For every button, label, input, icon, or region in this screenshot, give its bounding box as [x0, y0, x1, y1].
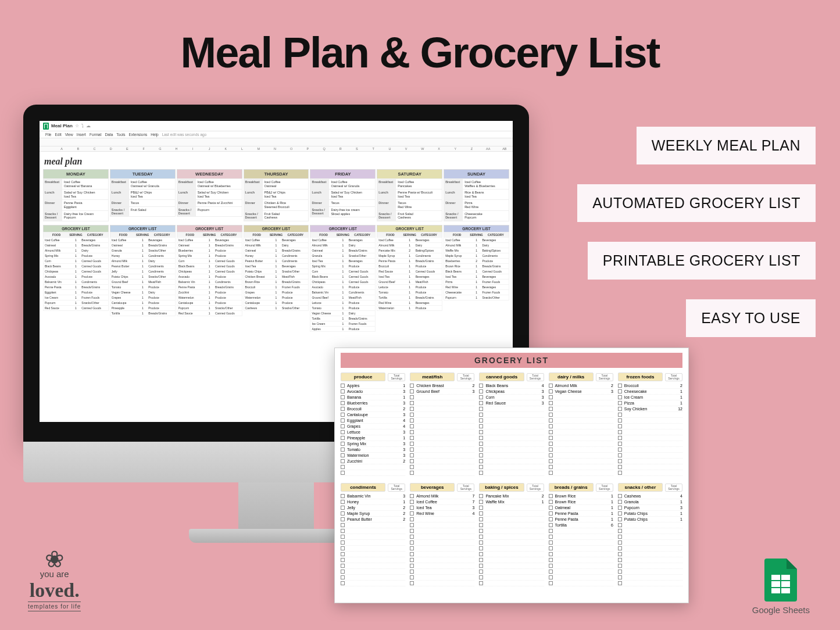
- checkbox[interactable]: [341, 575, 345, 579]
- grocery-row[interactable]: Peanut Butter1Condiments: [244, 258, 309, 264]
- grocery-row[interactable]: Iced Tea1Beverages: [377, 274, 442, 280]
- checkbox[interactable]: [410, 529, 414, 533]
- print-row[interactable]: [410, 395, 474, 400]
- print-row[interactable]: [549, 424, 613, 429]
- meal-value[interactable]: Iced CoffeeOatmeal w/ Banana: [62, 179, 108, 189]
- column-letter[interactable]: D: [103, 146, 119, 151]
- meal-value[interactable]: Iced CoffeeOatmeal: [263, 179, 309, 189]
- grocery-row[interactable]: Penne Pasta1Breads/Grains: [177, 284, 242, 290]
- print-row[interactable]: [549, 412, 613, 418]
- print-row[interactable]: Penne Pasta1: [549, 511, 613, 517]
- checkbox[interactable]: [549, 448, 553, 452]
- column-letter[interactable]: P: [299, 146, 316, 151]
- checkbox[interactable]: [479, 453, 483, 457]
- grocery-row[interactable]: Almond Milk1Dairy: [310, 242, 376, 248]
- grocery-row[interactable]: Red Wine1Beverages: [377, 300, 442, 306]
- checkbox[interactable]: [410, 564, 414, 568]
- meal-row[interactable]: DinnerPenne Pasta w/ Zucchini: [177, 199, 242, 207]
- grocery-row[interactable]: Grapes1Produce: [244, 289, 309, 295]
- grocery-row[interactable]: Penne Pasta1Breads/Grains: [377, 258, 442, 264]
- checkbox[interactable]: [618, 471, 622, 475]
- checkbox[interactable]: [549, 517, 553, 521]
- checkbox[interactable]: [341, 436, 345, 440]
- checkbox[interactable]: [341, 500, 345, 504]
- grocery-row[interactable]: Balsamic Vin1Condiments: [310, 289, 376, 295]
- print-row[interactable]: [549, 453, 613, 459]
- print-row[interactable]: [410, 453, 474, 459]
- meal-value[interactable]: PizzaRed Wine: [463, 200, 509, 210]
- grocery-row[interactable]: Iced Tea1Beverages: [310, 258, 376, 264]
- print-row[interactable]: [410, 435, 474, 441]
- checkbox[interactable]: [479, 413, 483, 417]
- meal-value[interactable]: TacosRed Wine: [396, 200, 442, 210]
- checkbox[interactable]: [479, 448, 483, 452]
- checkbox[interactable]: [479, 401, 483, 405]
- print-row[interactable]: [618, 540, 682, 546]
- print-row[interactable]: [341, 569, 405, 575]
- grocery-row[interactable]: Red Sauce1Canned Goods: [43, 305, 109, 311]
- grocery-row[interactable]: Potato Chips1Snacks/Other: [110, 274, 176, 280]
- checkbox[interactable]: [341, 418, 345, 423]
- print-row[interactable]: [549, 534, 613, 540]
- grocery-row[interactable]: Broccoli1Frozen Foods: [244, 284, 309, 290]
- checkbox[interactable]: [618, 442, 622, 446]
- column-letter[interactable]: M: [251, 146, 267, 151]
- checkbox[interactable]: [410, 384, 414, 388]
- print-row[interactable]: Broccoli2: [341, 406, 405, 412]
- print-row[interactable]: [549, 575, 613, 581]
- print-row[interactable]: Honey1: [341, 499, 405, 505]
- print-row[interactable]: Cantaloupe3: [341, 412, 405, 418]
- grocery-row[interactable]: Iced Coffee1Beverages: [310, 237, 376, 243]
- checkbox[interactable]: [410, 552, 414, 556]
- meal-row[interactable]: DinnerTacos: [110, 199, 176, 207]
- meal-value[interactable]: Salad w/ Soy ChickenIced Tea: [196, 189, 242, 199]
- print-row[interactable]: Grapes4: [341, 424, 405, 429]
- checkbox[interactable]: [618, 546, 622, 550]
- meal-value[interactable]: Iced CoffeeOatmeal w/ Granola: [129, 179, 175, 189]
- checkbox[interactable]: [479, 575, 483, 579]
- checkbox[interactable]: [479, 581, 483, 585]
- checkbox[interactable]: [341, 448, 345, 452]
- checkbox[interactable]: [479, 465, 483, 469]
- meal-row[interactable]: LunchPB&J w/ ChipsIced Tea: [110, 189, 176, 200]
- grocery-row[interactable]: Ground Beef1Meat/Fish: [110, 279, 176, 285]
- grocery-row[interactable]: Iced Coffee1Beverages: [43, 237, 109, 243]
- checkbox[interactable]: [618, 407, 622, 411]
- checkbox[interactable]: [479, 523, 483, 527]
- grocery-row[interactable]: Tortilla1Breads/Grains: [110, 310, 176, 316]
- grocery-row[interactable]: Watermelon1Produce: [377, 305, 442, 311]
- print-row[interactable]: [341, 546, 405, 552]
- grocery-row[interactable]: Balsamic Vin1Condiments: [43, 279, 109, 285]
- meal-value[interactable]: Penne Pasta w/ Zucchini: [196, 200, 242, 206]
- grocery-row[interactable]: Ice Cream1Frozen Foods: [310, 321, 376, 327]
- meal-row[interactable]: LunchSalad w/ Soy ChickenIced Tea: [177, 189, 242, 200]
- checkbox[interactable]: [549, 564, 553, 568]
- print-row[interactable]: [618, 534, 682, 540]
- meal-value[interactable]: Dairy-free ice creamSliced apples: [329, 207, 375, 217]
- grocery-row[interactable]: Vegan Cheese1Dairy: [110, 289, 176, 295]
- print-row[interactable]: [410, 418, 474, 424]
- checkbox[interactable]: [618, 395, 622, 399]
- checkbox[interactable]: [341, 494, 345, 498]
- print-row[interactable]: [410, 517, 474, 522]
- meal-row[interactable]: BreakfastIced CoffeeOatmeal w/ Granola: [110, 178, 176, 189]
- menu-item[interactable]: Data: [105, 133, 113, 137]
- print-row[interactable]: Almond Milk2: [549, 383, 613, 389]
- print-row[interactable]: [549, 581, 613, 586]
- print-row[interactable]: [479, 459, 544, 464]
- meal-row[interactable]: LunchPenne Pasta w/ BroccoliIced Tea: [377, 189, 442, 200]
- grocery-row[interactable]: Ice Cream1Frozen Foods: [43, 295, 109, 300]
- grocery-row[interactable]: Pancake Mix2Baking/Spices: [377, 248, 442, 253]
- print-row[interactable]: [618, 459, 682, 464]
- grocery-row[interactable]: Almond Milk1Dairy: [377, 242, 442, 248]
- meal-value[interactable]: Iced CoffeePancakes: [396, 179, 442, 189]
- column-letter[interactable]: E: [119, 146, 135, 151]
- grocery-row[interactable]: Grapes1Produce: [110, 295, 176, 300]
- checkbox[interactable]: [410, 570, 414, 574]
- meal-row[interactable]: DinnerPizzaRed Wine: [444, 199, 509, 210]
- grocery-row[interactable]: Maple Syrup1Condiments: [444, 253, 509, 259]
- checkbox[interactable]: [549, 471, 553, 475]
- meal-row[interactable]: BreakfastIced CoffeeOatmeal w/ Blueberri…: [177, 178, 242, 189]
- grocery-row[interactable]: Corn1Canned Goods: [310, 269, 376, 274]
- print-row[interactable]: Cheesecake1: [618, 389, 682, 395]
